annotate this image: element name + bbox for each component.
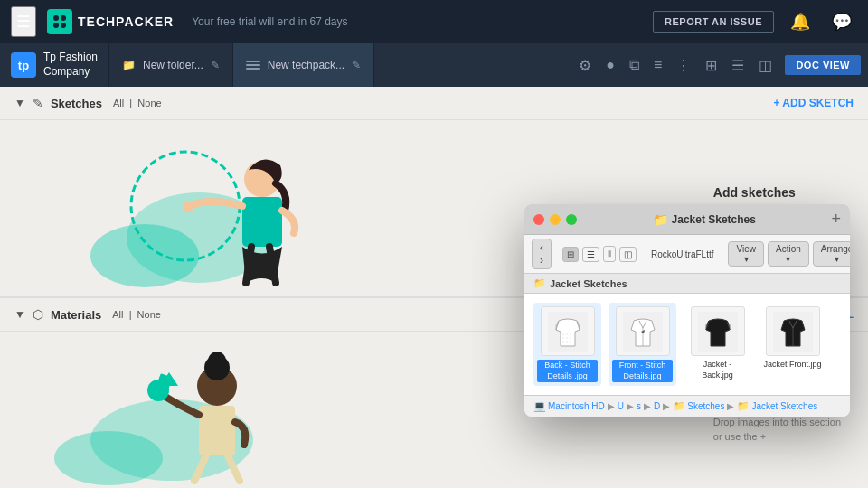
- folder-icon: 📁: [653, 212, 668, 227]
- path-jacket-sketches[interactable]: 📁 Jacket Sketches: [737, 400, 817, 412]
- more-options-button[interactable]: ⋮: [671, 53, 696, 78]
- company-tab[interactable]: tp Tp Fashion Company: [0, 43, 109, 87]
- svg-point-10: [208, 352, 226, 370]
- svg-rect-11: [199, 406, 235, 455]
- folder-icon: 📁: [533, 277, 546, 289]
- svg-rect-4: [242, 197, 282, 247]
- svg-point-5: [183, 202, 193, 212]
- materials-toggle[interactable]: ▼: [14, 308, 25, 321]
- notifications-button[interactable]: 🔔: [785, 8, 816, 35]
- list-view-button[interactable]: ☰: [582, 247, 599, 262]
- chat-icon: 💬: [832, 13, 852, 31]
- sketches-icon: ✎: [33, 96, 43, 110]
- navbar: ☰ TECHPACKER Your free trial will end in…: [0, 0, 868, 43]
- materials-filter: All | None: [112, 309, 161, 320]
- add-sketch-button[interactable]: + ADD SKETCH: [773, 97, 854, 109]
- materials-title: Materials: [51, 308, 101, 322]
- tab-new-techpack[interactable]: New techpack... ✎: [233, 43, 374, 87]
- report-issue-button[interactable]: REPORT AN ISSUE: [653, 11, 774, 33]
- materials-illustration: [18, 341, 289, 485]
- arrange-button[interactable]: Arrange ▾: [813, 241, 850, 267]
- layers-view-button[interactable]: ◫: [753, 53, 778, 78]
- file-jacket-front[interactable]: Jacket Front.jpg: [759, 303, 826, 386]
- file-grid: Back - Stitch Details .jpg: [524, 294, 850, 395]
- company-avatar: tp: [11, 52, 36, 78]
- trial-text: Your free trial will end in 67 days: [192, 15, 347, 28]
- file-picker-toolbar: ‹ › ⊞ ☰ ⫴ ◫ RockoUltraFLttf View ▾ Actio…: [524, 235, 850, 274]
- jacket-back-dark-svg: [698, 312, 738, 352]
- tabs-bar: tp Tp Fashion Company 📁 New folder... ✎ …: [0, 43, 868, 87]
- logo: TECHPACKER: [47, 9, 174, 34]
- path-s[interactable]: s: [637, 401, 641, 411]
- sketches-title: Sketches: [51, 97, 102, 110]
- gallery-view-button[interactable]: ◫: [619, 247, 637, 262]
- folder-icon: 📁: [122, 59, 136, 71]
- sketches-header: ▼ ✎ Sketches All | None + ADD SKETCH: [0, 87, 868, 120]
- jacket-front-dark-svg: [773, 312, 813, 352]
- sketches-filter: All | None: [113, 98, 162, 108]
- edit-icon: ✎: [211, 59, 220, 71]
- logo-dot: [53, 15, 59, 21]
- svg-point-1: [90, 224, 199, 287]
- file-name: Jacket - Back.jpg: [687, 360, 748, 380]
- icon-view-button[interactable]: ⊞: [562, 247, 579, 262]
- sketches-toggle[interactable]: ▼: [14, 97, 25, 109]
- file-picker-path-bar: 💻 Macintosh HD ▶ U ▶ s ▶ D ▶ 📁 Sketches …: [524, 395, 850, 417]
- file-picker-titlebar: 📁 Jacket Sketches +: [524, 204, 850, 235]
- file-thumbnail: [766, 306, 820, 356]
- circle-status-button[interactable]: ●: [600, 53, 620, 77]
- column-view-button[interactable]: ⫴: [603, 246, 616, 262]
- main-content: ▼ ✎ Sketches All | None + ADD SKETCH: [0, 87, 868, 488]
- logo-dot: [61, 15, 66, 21]
- file-picker-title: 📁 Jacket Sketches: [582, 212, 826, 227]
- tab-actions: ⚙ ● ⧉ ≡ ⋮ ⊞ ☰ ◫ DOC VIEW: [573, 53, 868, 78]
- layers-icon: [246, 58, 260, 72]
- bell-icon: 🔔: [790, 13, 810, 31]
- file-picker: 📁 Jacket Sketches + ‹ › ⊞ ☰ ⫴ ◫ RockoUlt…: [524, 204, 850, 417]
- doc-view-button[interactable]: DOC VIEW: [785, 55, 861, 75]
- file-thumbnail: [541, 306, 595, 356]
- list-view-button[interactable]: ☰: [726, 53, 750, 78]
- filter-button[interactable]: ≡: [648, 53, 667, 77]
- file-jacket-back[interactable]: Jacket - Back.jpg: [684, 303, 751, 386]
- tab-label: New folder...: [143, 59, 203, 71]
- close-button[interactable]: [533, 214, 544, 225]
- file-picker-add-button[interactable]: +: [831, 210, 841, 229]
- jacket-back-white-svg: [548, 312, 588, 352]
- file-thumbnail: [616, 306, 670, 356]
- brand-name: TECHPACKER: [78, 14, 174, 29]
- logo-dots: [50, 12, 70, 32]
- tab-new-folder[interactable]: 📁 New folder... ✎: [109, 43, 233, 87]
- svg-point-7: [54, 431, 163, 485]
- file-front-stitch[interactable]: Front - Stitch Details.jpg: [609, 303, 676, 386]
- logo-dot: [53, 23, 59, 28]
- font-label: RockoUltraFLttf: [647, 249, 717, 259]
- file-name: Front - Stitch Details.jpg: [612, 360, 673, 382]
- edit-icon: ✎: [352, 59, 361, 71]
- jacket-front-white-svg: [623, 312, 663, 352]
- folder-name: Jacket Sketches: [550, 278, 627, 289]
- logo-dot: [61, 23, 66, 28]
- sketch-illustration: [18, 129, 326, 292]
- action-button[interactable]: Action ▾: [768, 241, 809, 267]
- path-macintosh[interactable]: 💻 Macintosh HD: [533, 400, 605, 412]
- materials-icon: ⬡: [33, 307, 43, 322]
- company-name: Tp Fashion Company: [43, 51, 98, 79]
- path-u[interactable]: U: [618, 401, 624, 411]
- chat-button[interactable]: 💬: [826, 8, 857, 35]
- path-d[interactable]: D: [654, 401, 660, 411]
- settings-button[interactable]: ⚙: [573, 53, 597, 78]
- path-sketches[interactable]: 📁 Sketches: [673, 400, 724, 412]
- maximize-button[interactable]: [566, 214, 577, 225]
- view-options-button[interactable]: View ▾: [728, 241, 764, 267]
- grid-view-button[interactable]: ⊞: [700, 53, 722, 78]
- folder-header: 📁 Jacket Sketches: [524, 274, 850, 294]
- copy-button[interactable]: ⧉: [624, 53, 645, 77]
- tab-label: New techpack...: [268, 59, 344, 71]
- file-thumbnail: [691, 306, 745, 356]
- file-name: Jacket Front.jpg: [763, 360, 821, 371]
- minimize-button[interactable]: [550, 214, 561, 225]
- file-back-stitch[interactable]: Back - Stitch Details .jpg: [533, 303, 601, 386]
- back-forward-button[interactable]: ‹ ›: [532, 239, 552, 269]
- menu-button[interactable]: ☰: [11, 6, 36, 37]
